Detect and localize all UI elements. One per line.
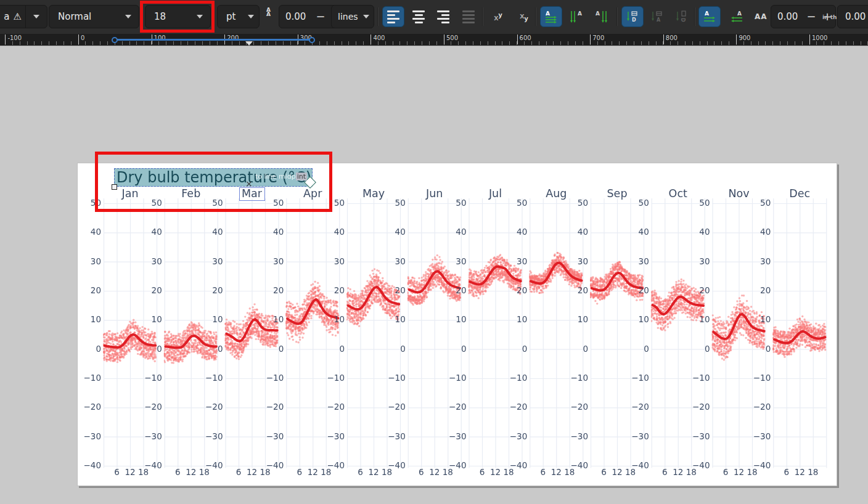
y-tick-label: −30 (499, 431, 527, 441)
svg-text:A: A (737, 10, 742, 17)
y-tick-label: −20 (560, 402, 588, 412)
align-center-button[interactable] (407, 6, 430, 27)
ruler-tick-label: 500 (444, 35, 458, 44)
y-tick-label: −40 (499, 460, 527, 470)
y-tick-label: 30 (195, 256, 223, 266)
y-tick-label: 30 (682, 256, 710, 266)
y-tick-label: 30 (499, 256, 527, 266)
writing-mode-horizontal-button[interactable]: A (540, 6, 562, 27)
y-tick-label: −30 (560, 431, 588, 441)
y-tick-label: 20 (255, 285, 284, 295)
font-style-value: Normal (49, 11, 118, 22)
ruler-tick-label: 900 (736, 35, 750, 44)
y-tick-label: 40 (134, 227, 162, 237)
y-tick-label: 10 (255, 314, 284, 324)
svg-text:A: A (546, 10, 550, 17)
y-tick-label: −20 (621, 402, 649, 412)
rotation-value: 0.00 (838, 11, 868, 22)
y-tick-label: −10 (316, 373, 345, 383)
svg-text:D: D (680, 18, 686, 22)
glyph-orientation-upright-button[interactable]: D (621, 6, 644, 27)
decrement-button[interactable]: − (313, 6, 329, 28)
font-missing-warning-icon: ⚠ (14, 11, 22, 22)
y-tick-label: −20 (682, 402, 710, 412)
align-right-button[interactable] (432, 6, 454, 27)
line-height-icon: AA (266, 8, 271, 17)
svg-text:A: A (705, 10, 709, 17)
font-style-combo[interactable]: Normal (49, 5, 139, 28)
y-tick-label: 40 (560, 227, 588, 237)
toolbar-separator (616, 7, 618, 26)
y-tick-label: 20 (621, 285, 649, 295)
y-tick-label: 0 (255, 344, 284, 354)
y-tick-label: −10 (560, 373, 588, 383)
x-tick-label: 18 (805, 467, 821, 477)
y-tick-label: 20 (134, 285, 162, 295)
y-tick-label: −10 (377, 373, 406, 383)
y-tick-label: 40 (499, 227, 527, 237)
y-tick-label: 40 (438, 227, 467, 237)
y-tick-label: −20 (438, 402, 467, 412)
y-tick-label: 20 (438, 285, 467, 295)
canvas-workspace[interactable]: Dry bulb temperature (°C) × to line midp… (0, 46, 868, 504)
toolbar-separator (377, 7, 379, 26)
y-tick-label: −20 (73, 402, 101, 412)
ruler-selection-start-marker (112, 37, 118, 43)
toolbar-separator (535, 7, 536, 26)
y-tick-label: 20 (560, 285, 588, 295)
y-tick-label: −40 (377, 460, 406, 470)
align-justify-icon (462, 10, 475, 23)
text-direction-rtl-button[interactable]: A (726, 6, 748, 27)
subscript-button[interactable]: xy (513, 6, 535, 27)
y-tick-label: −30 (742, 431, 771, 441)
spacing-unit-combo[interactable]: lines (331, 5, 374, 28)
y-tick-label: 20 (682, 285, 710, 295)
chevron-down-icon[interactable] (248, 15, 254, 18)
font-family-value: a (0, 11, 10, 22)
decrement-button[interactable]: − (803, 6, 819, 28)
y-tick-label: 10 (560, 314, 588, 324)
align-justify-button[interactable] (457, 6, 480, 27)
y-tick-label: 30 (621, 256, 649, 266)
y-tick-label: −20 (134, 402, 162, 412)
line-spacing-value: 0.00 (279, 11, 313, 22)
glyph-orientation-rotated-button[interactable]: D (671, 6, 693, 27)
superscript-button[interactable]: xy (487, 6, 509, 27)
subscript-icon: xy (520, 11, 528, 22)
glyph-orientation-sideways-button[interactable]: A (646, 6, 668, 27)
y-tick-label: −10 (438, 373, 467, 383)
font-size-unit-combo[interactable]: pt (217, 5, 260, 28)
svg-text:A: A (578, 10, 582, 17)
y-tick-label: 10 (742, 314, 771, 324)
y-tick-label: 30 (377, 256, 406, 266)
y-tick-label: 10 (316, 314, 345, 324)
writing-mode-vertical-rl-button[interactable]: A (565, 6, 588, 27)
text-direction-ltr-button[interactable]: A (698, 6, 721, 27)
y-tick-label: 30 (316, 256, 345, 266)
y-tick-label: −30 (621, 431, 649, 441)
y-tick-label: −40 (195, 460, 223, 470)
kerning-icon: AA (755, 12, 768, 21)
y-tick-label: 20 (195, 285, 223, 295)
writing-mode-vertical-lr-button[interactable]: A (590, 6, 612, 27)
y-tick-label: 10 (438, 314, 467, 324)
annotation-title-highlight (95, 152, 332, 212)
rotation-spinner[interactable]: 0.00 − (837, 5, 868, 28)
y-tick-label: 30 (134, 256, 162, 266)
y-tick-label: 10 (195, 314, 223, 324)
y-tick-label: 0 (377, 344, 406, 354)
y-tick-label: −10 (621, 373, 649, 383)
y-tick-label: −30 (134, 431, 162, 441)
chevron-down-icon[interactable] (125, 15, 131, 18)
y-tick-label: 40 (682, 227, 710, 237)
font-family-combo[interactable]: a ⚠ (0, 5, 47, 28)
chevron-down-icon[interactable] (33, 15, 39, 18)
chevron-down-icon[interactable] (363, 15, 369, 18)
y-tick-label: −10 (73, 373, 101, 383)
y-tick-label: 30 (255, 256, 284, 266)
align-left-button[interactable] (382, 6, 404, 27)
y-tick-label: 40 (316, 227, 345, 237)
toolbar-separator (482, 7, 483, 26)
y-tick-label: −40 (560, 460, 588, 470)
y-tick-label: 20 (377, 285, 406, 295)
